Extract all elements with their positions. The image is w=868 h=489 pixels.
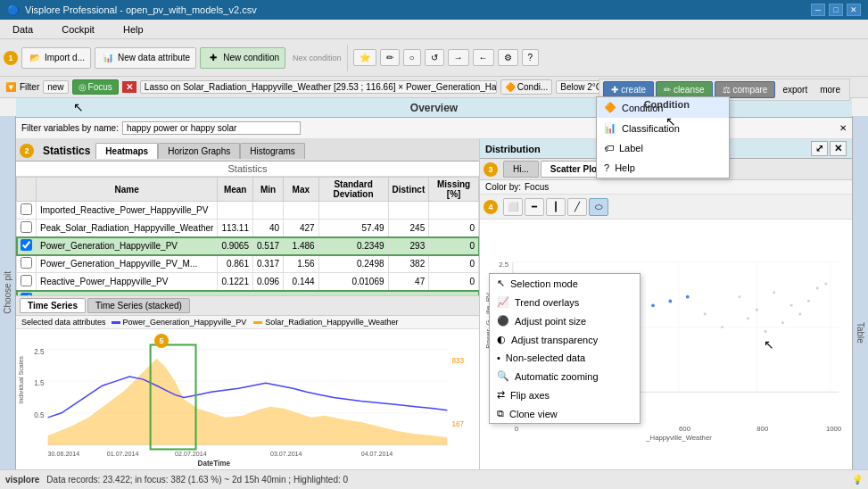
table-row[interactable]: Power_Generation_Happyville_PV_M... 0.86… [17, 255, 479, 273]
y-right-label-167: 167 [451, 420, 464, 428]
badge-1: 1 [4, 51, 18, 65]
menu-data[interactable]: Data [7, 22, 38, 37]
table-row[interactable]: Peak_Solar_Radiation_Happyville_Weather … [17, 220, 479, 237]
cond-drop-label[interactable]: 🏷 Label [597, 138, 729, 158]
scatter-x-0: 0 [515, 425, 518, 433]
y-label-0-5: 0.5 [34, 411, 45, 419]
menu-automatic-zooming[interactable]: 🔍 Automatic zooming [490, 367, 640, 385]
condition-button[interactable]: 🔶 Condi... [500, 79, 552, 95]
cockpit-icon-5[interactable]: → [448, 49, 469, 66]
close-focus-icon[interactable]: ✕ [122, 81, 136, 93]
col-min[interactable]: Min [252, 178, 283, 202]
table-row[interactable]: Imported_Reactive_Power_Happyville_PV [17, 202, 479, 220]
distribution-title: Distribution [485, 144, 541, 154]
badge-5: 5 [154, 334, 169, 348]
cell-stddev: 0.2349 [318, 237, 388, 255]
svg-point-11 [738, 295, 740, 298]
filter-variables-input[interactable] [122, 121, 301, 135]
svg-point-22 [824, 283, 827, 286]
dist-header-controls: ⤢ ✕ [811, 141, 847, 156]
scatter-btn-3[interactable]: ┃ [546, 198, 566, 216]
cond-drop-help[interactable]: ? Help [597, 158, 729, 178]
overview-title: Overview [410, 102, 458, 114]
x-axis-label: DateTime [198, 460, 231, 468]
menu-help[interactable]: Help [118, 22, 149, 37]
row-checkbox[interactable] [21, 221, 32, 233]
menu-flip-axes[interactable]: ⇄ Flip axes [490, 385, 640, 404]
menu-adjust-point-size[interactable]: ⚫ Adjust point size [490, 311, 640, 330]
tab-histogram[interactable]: Hi... [503, 161, 539, 178]
tab-timeseries-stacked[interactable]: Time Series (stacked) [87, 298, 190, 313]
choose-pit-sidebar[interactable]: Choose pit [0, 116, 16, 469]
x-label-5: 04.07.2014 [361, 451, 393, 458]
dist-close-icon[interactable]: ✕ [830, 141, 847, 156]
toolbar-sep-1 [347, 45, 348, 71]
table-sidebar[interactable]: Table [852, 196, 868, 469]
window-controls[interactable]: ─ □ ✕ [811, 4, 861, 16]
menu-selection-mode[interactable]: ↖ Selection mode [490, 274, 640, 293]
cell-name: Power_Generation_Happyville_PV_M... [37, 255, 218, 273]
scatter-btn-4[interactable]: ╱ [567, 198, 587, 216]
menu-clone-view[interactable]: ⧉ Clone view [490, 404, 640, 423]
scatter-btn-1[interactable]: ⬜ [503, 198, 523, 216]
clone-icon: ⧉ [497, 408, 504, 419]
more-button[interactable]: more [814, 82, 846, 97]
export-button[interactable]: export [777, 82, 813, 97]
dist-expand-icon[interactable]: ⤢ [811, 141, 828, 156]
tab-histograms[interactable]: Histograms [240, 143, 305, 159]
row-checkbox[interactable] [21, 257, 32, 269]
cell-min: 40 [252, 220, 283, 237]
col-max[interactable]: Max [284, 178, 319, 202]
cockpit-icon-3[interactable]: ○ [403, 49, 421, 66]
stats-tabs-row: 2 Statistics Heatmaps Horizon Graphs His… [16, 139, 479, 162]
color-by-value: Focus [525, 182, 549, 192]
row-checkbox[interactable] [21, 203, 32, 215]
cell-missing: 0 [429, 273, 479, 291]
tab-heatmaps[interactable]: Heatmaps [95, 143, 158, 159]
cockpit-icon-8[interactable]: ? [522, 49, 540, 66]
cleanse-icon: ✏ [664, 85, 671, 95]
scatter-toolbar: 4 ⬜ ━ ┃ ╱ ⬭ [480, 195, 852, 220]
row-checkbox[interactable] [21, 275, 32, 286]
cell-mean: 0.1221 [218, 273, 253, 291]
filter-vars-close[interactable]: ✕ [839, 123, 847, 133]
filter-tag: new [43, 80, 68, 94]
maximize-button[interactable]: □ [829, 4, 843, 16]
cockpit-icon-4[interactable]: ↺ [425, 49, 444, 66]
scatter-btn-2[interactable]: ━ [525, 198, 544, 216]
table-row[interactable]: Power_Generation_Happyville_PV 0.9065 0.… [17, 237, 479, 255]
cell-stddev: 0.2498 [318, 255, 388, 273]
menu-trend-overlays[interactable]: 📈 Trend overlays [490, 293, 640, 311]
scatter-y-2-5: 2.5 [499, 261, 508, 269]
row-checkbox[interactable] [21, 239, 32, 251]
menu-adjust-transparency[interactable]: ◐ Adjust transparency [490, 330, 640, 349]
col-missing[interactable]: Missing [%] [429, 178, 479, 202]
col-distinct[interactable]: Distinct [388, 178, 429, 202]
tab-horizon-graphs[interactable]: Horizon Graphs [158, 143, 240, 159]
col-mean[interactable]: Mean [218, 178, 253, 202]
new-condition-button[interactable]: ✚ New condition [200, 47, 285, 69]
new-attribute-button[interactable]: 📊 New data attribute [95, 47, 196, 69]
menu-cockpit[interactable]: Cockpit [56, 22, 100, 37]
cell-max [284, 202, 319, 220]
cockpit-icon-7[interactable]: ⚙ [498, 49, 518, 66]
table-row[interactable]: Reactive_Power_Happyville_PV 0.1221 0.09… [17, 273, 479, 291]
svg-point-20 [721, 326, 723, 328]
focus-button[interactable]: ◎ Focus [72, 79, 119, 95]
scatter-btn-lasso[interactable]: ⬭ [589, 198, 608, 216]
col-check [17, 178, 37, 202]
cell-missing: 0 [429, 237, 479, 255]
cockpit-icon-2[interactable]: ✏ [380, 49, 400, 66]
cockpit-icon-1[interactable]: ⭐ [353, 49, 376, 66]
col-stddev[interactable]: Standard Deviation [318, 178, 388, 202]
import-button[interactable]: 📂 Import d... [21, 47, 91, 69]
close-button[interactable]: ✕ [847, 4, 861, 16]
cell-max: 0.144 [284, 273, 319, 291]
cockpit-icon-6[interactable]: ← [473, 49, 494, 66]
col-name[interactable]: Name [37, 178, 218, 202]
cursor-icon: ↖ [497, 278, 505, 289]
tab-timeseries[interactable]: Time Series [20, 298, 86, 313]
cond-drop-classification[interactable]: 📊 Classification [597, 118, 729, 138]
menu-non-selected-data[interactable]: • Non-selected data [490, 349, 640, 367]
minimize-button[interactable]: ─ [811, 4, 825, 16]
